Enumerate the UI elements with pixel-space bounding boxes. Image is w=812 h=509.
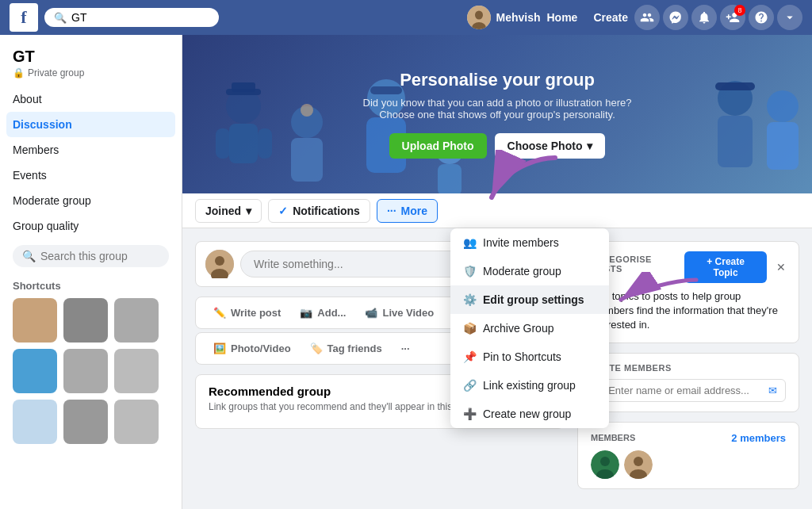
member-avatars xyxy=(591,450,786,479)
dropdown-create-group[interactable]: ➕ Create new group xyxy=(450,400,609,428)
shortcut-1[interactable] xyxy=(13,298,57,343)
shortcut-5[interactable] xyxy=(63,349,108,393)
group-banner: Personalise your group Did you know that… xyxy=(182,35,812,193)
shortcut-8[interactable] xyxy=(63,400,108,444)
more-feed-btn[interactable]: ··· xyxy=(393,338,418,359)
shortcut-6[interactable] xyxy=(114,349,159,393)
dropdown-link-group[interactable]: 🔗 Link existing group xyxy=(450,371,609,400)
shortcuts-label: Shortcuts xyxy=(0,274,182,295)
dropdown-moderate-group[interactable]: 🛡️ Moderate group xyxy=(450,257,609,285)
search-input[interactable] xyxy=(71,11,209,24)
search-bar[interactable]: 🔍 xyxy=(44,8,219,27)
close-button[interactable]: ✕ xyxy=(776,261,786,274)
main-content: Personalise your group Did you know that… xyxy=(182,35,812,509)
shortcut-row-2 xyxy=(13,349,169,393)
sidebar-item-discussion[interactable]: Discussion xyxy=(6,112,175,137)
search-group-input[interactable] xyxy=(40,250,159,262)
dropdown-pin-shortcuts[interactable]: 📌 Pin to Shortcuts xyxy=(450,343,609,371)
user-name: Mehvish xyxy=(496,11,540,24)
lock-icon: 🔒 xyxy=(13,67,25,78)
home-link[interactable]: Home xyxy=(547,11,578,24)
invite-input-row[interactable]: ✉ xyxy=(591,379,786,402)
notifications-button[interactable]: ✓ Notifications xyxy=(268,199,370,223)
invite-title: INVITE MEMBERS xyxy=(591,363,786,373)
pin-icon: 📌 xyxy=(463,350,477,363)
banner-overlay: Personalise your group Did you know that… xyxy=(363,70,632,159)
dots-icon: ··· xyxy=(387,205,396,217)
svg-rect-5 xyxy=(232,82,255,92)
members-count[interactable]: 2 members xyxy=(731,432,786,444)
photo-video-btn[interactable]: 🖼️ Photo/Video xyxy=(205,338,299,359)
search-icon: 🔍 xyxy=(22,250,36,262)
shortcut-2[interactable] xyxy=(63,298,108,343)
messenger-icon-btn[interactable] xyxy=(663,5,688,30)
invite-icon: 👥 xyxy=(463,236,477,249)
svg-point-1 xyxy=(475,11,483,20)
facebook-logo[interactable]: f xyxy=(10,3,38,32)
svg-rect-7 xyxy=(216,128,230,159)
sidebar: GT 🔒 Private group About Discussion Memb… xyxy=(0,35,182,509)
chevron-down-icon: ▾ xyxy=(246,205,251,217)
sidebar-item-members[interactable]: Members xyxy=(0,137,182,163)
dropdown-invite-members[interactable]: 👥 Invite members xyxy=(450,228,609,257)
invite-members-section: INVITE MEMBERS ✉ xyxy=(577,353,799,412)
add-btn[interactable]: 📷 Add... xyxy=(292,302,354,323)
banner-subtitle: Did you know that you can add a photo or… xyxy=(363,97,632,121)
photo-icon: 🖼️ xyxy=(213,343,226,354)
help-icon-btn[interactable] xyxy=(749,5,774,30)
sidebar-item-quality[interactable]: Group quality xyxy=(0,213,182,239)
joined-button[interactable]: Joined ▾ xyxy=(195,199,262,223)
archive-icon: 📦 xyxy=(463,322,477,335)
shortcut-4[interactable] xyxy=(13,349,57,393)
shortcut-7[interactable] xyxy=(13,400,57,444)
svg-rect-6 xyxy=(229,124,258,163)
invite-email-input[interactable] xyxy=(599,385,764,396)
user-profile[interactable]: Mehvish xyxy=(467,6,540,29)
svg-rect-17 xyxy=(718,116,753,167)
upload-photo-button[interactable]: Upload Photo xyxy=(389,133,487,159)
tag-icon: 🏷️ xyxy=(310,343,323,354)
sidebar-nav: About Discussion Members Events Moderate… xyxy=(0,86,182,239)
members-section: MEMBERS 2 members xyxy=(577,422,799,489)
write-post-btn[interactable]: ✏️ Write post xyxy=(205,302,289,323)
shortcut-row-1 xyxy=(13,298,169,343)
message-icon: ✉ xyxy=(768,385,777,396)
create-topic-button[interactable]: + Create Topic xyxy=(684,251,767,283)
dropdown-archive[interactable]: 📦 Archive Group xyxy=(450,314,609,343)
live-video-btn[interactable]: 📹 Live Video xyxy=(357,302,442,323)
friends-icon-btn[interactable] xyxy=(634,5,660,30)
search-group-box[interactable]: 🔍 xyxy=(13,245,169,267)
camera-icon: 📷 xyxy=(300,307,312,319)
more-button[interactable]: ··· More xyxy=(377,199,438,223)
settings-icon: ⚙️ xyxy=(463,293,477,306)
check-icon: ✓ xyxy=(278,205,288,217)
svg-point-18 xyxy=(767,90,799,122)
svg-rect-19 xyxy=(767,122,799,170)
banner-buttons: Upload Photo Choose Photo ▾ xyxy=(363,133,632,159)
notification-badge: 8 xyxy=(734,5,745,16)
right-section: CATEGORISE POSTS + Create Topic ✕ Add to… xyxy=(577,241,799,499)
dropdown-edit-settings[interactable]: ⚙️ Edit group settings xyxy=(450,285,609,314)
dropdown-menu: 👥 Invite members 🛡️ Moderate group ⚙️ Ed… xyxy=(450,228,609,428)
choose-photo-button[interactable]: Choose Photo ▾ xyxy=(495,133,606,159)
more-nav-icon-btn[interactable] xyxy=(777,5,802,30)
shortcuts-list xyxy=(0,295,182,447)
notifications-icon-btn[interactable] xyxy=(691,5,717,30)
nav-icons: 8 xyxy=(634,5,802,30)
sidebar-item-moderate[interactable]: Moderate group xyxy=(0,188,182,213)
action-bar-container: Joined ▾ ✓ Notifications ··· More xyxy=(182,193,812,228)
svg-point-33 xyxy=(634,457,643,466)
member-avatar-1 xyxy=(591,450,619,479)
sidebar-item-about[interactable]: About xyxy=(0,86,182,112)
tag-friends-btn[interactable]: 🏷️ Tag friends xyxy=(302,338,390,359)
members-row: MEMBERS 2 members xyxy=(591,432,786,444)
sidebar-item-events[interactable]: Events xyxy=(0,163,182,188)
shortcut-3[interactable] xyxy=(114,298,159,343)
svg-point-11 xyxy=(301,104,313,117)
nav-links: Home Create xyxy=(547,11,629,24)
add-friend-icon-btn[interactable]: 8 xyxy=(720,5,745,30)
svg-rect-23 xyxy=(438,164,462,193)
page-layout: GT 🔒 Private group About Discussion Memb… xyxy=(0,35,812,509)
create-link[interactable]: Create xyxy=(593,11,628,24)
shortcut-9[interactable] xyxy=(114,400,159,444)
